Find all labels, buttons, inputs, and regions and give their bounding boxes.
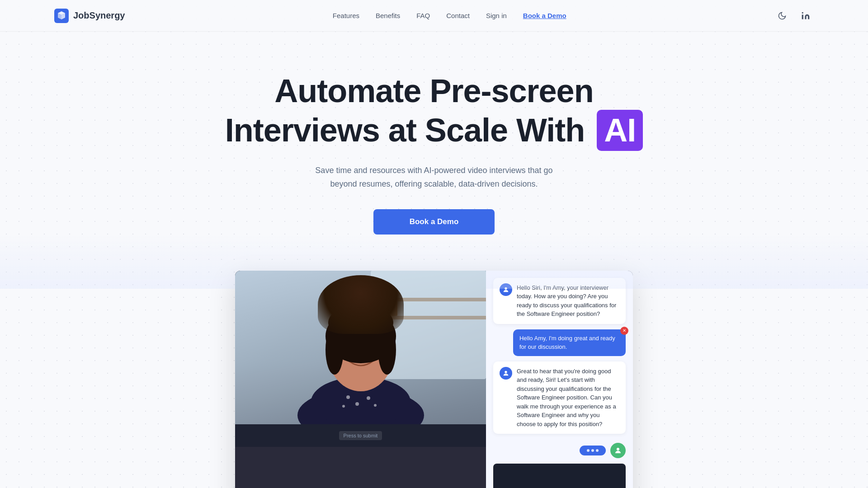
ai-avatar-icon bbox=[502, 286, 509, 293]
demo-press-hint: Press to submit bbox=[339, 431, 382, 440]
typing-dot-2 bbox=[591, 449, 594, 452]
hero-cta-button[interactable]: Book a Demo bbox=[373, 209, 495, 235]
svg-rect-1 bbox=[802, 14, 803, 19]
svg-point-30 bbox=[617, 448, 619, 450]
chat-message-3-text: Great to hear that you're doing good and… bbox=[517, 367, 619, 429]
chat-close-button[interactable]: ✕ bbox=[620, 327, 628, 335]
hero-title-prefix: Interviews at Scale With bbox=[225, 112, 585, 148]
nav-book-demo[interactable]: Book a Demo bbox=[523, 12, 566, 19]
ai-avatar-2 bbox=[500, 367, 512, 380]
svg-rect-8 bbox=[383, 301, 388, 316]
demo-video-bg bbox=[235, 271, 486, 424]
brand-name: JobSynergy bbox=[73, 10, 125, 21]
nav-actions bbox=[774, 8, 814, 24]
svg-point-2 bbox=[802, 12, 803, 13]
nav-benefits[interactable]: Benefits bbox=[376, 12, 400, 19]
demo-container: Press to submit Hello Siri, I'm Amy, you… bbox=[235, 271, 633, 488]
svg-point-25 bbox=[326, 325, 344, 375]
hero-title-line1: Automate Pre-screen bbox=[274, 73, 593, 109]
hero-section: Automate Pre-screen Interviews at Scale … bbox=[0, 32, 868, 262]
chat-typing-indicator bbox=[580, 446, 606, 455]
svg-point-16 bbox=[374, 404, 377, 407]
nav-links: Features Benefits FAQ Contact Sign in Bo… bbox=[333, 12, 566, 19]
navbar: JobSynergy Features Benefits FAQ Contact… bbox=[0, 0, 868, 32]
chat-message-1-text: Hello Siri, I'm Amy, your interviewer to… bbox=[517, 283, 619, 319]
demo-video-panel: Press to submit bbox=[235, 271, 486, 488]
svg-point-27 bbox=[328, 305, 393, 341]
svg-point-12 bbox=[346, 395, 350, 399]
chat-message-1: Hello Siri, I'm Amy, your interviewer to… bbox=[493, 278, 626, 324]
chat-message-3: Great to hear that you're doing good and… bbox=[493, 361, 626, 434]
linkedin-link[interactable] bbox=[797, 8, 814, 24]
hero-subtitle: Save time and resources with AI-powered … bbox=[307, 164, 561, 191]
hero-title-line2: Interviews at Scale With AI bbox=[9, 110, 859, 151]
svg-point-26 bbox=[378, 325, 396, 375]
demo-section: Press to submit Hello Siri, I'm Amy, you… bbox=[0, 271, 868, 488]
svg-rect-6 bbox=[371, 298, 486, 301]
demo-video-bottom: Press to submit bbox=[235, 424, 486, 447]
svg-rect-7 bbox=[375, 301, 382, 316]
chat-message-2: Hello Amy, I'm doing great and ready for… bbox=[513, 329, 626, 356]
nav-features[interactable]: Features bbox=[333, 12, 359, 19]
person-silhouette bbox=[235, 271, 486, 424]
ai-avatar-icon-2 bbox=[502, 370, 509, 377]
chat-footer bbox=[493, 439, 626, 458]
svg-rect-9 bbox=[389, 301, 397, 316]
svg-point-13 bbox=[355, 402, 359, 406]
dark-mode-toggle[interactable] bbox=[774, 8, 790, 24]
typing-dot-3 bbox=[596, 449, 599, 452]
svg-point-15 bbox=[342, 405, 345, 408]
chat-dark-area bbox=[493, 464, 626, 488]
svg-point-29 bbox=[505, 371, 507, 373]
chat-user-row: Hello Amy, I'm doing great and ready for… bbox=[493, 329, 626, 356]
svg-point-14 bbox=[367, 396, 370, 400]
nav-contact[interactable]: Contact bbox=[446, 12, 470, 19]
svg-point-28 bbox=[505, 287, 507, 289]
demo-chat-panel: Hello Siri, I'm Amy, your interviewer to… bbox=[486, 271, 633, 488]
hero-title: Automate Pre-screen Interviews at Scale … bbox=[9, 72, 859, 151]
ai-avatar-1 bbox=[500, 283, 512, 296]
nav-faq[interactable]: FAQ bbox=[416, 12, 430, 19]
typing-dot-1 bbox=[587, 449, 590, 452]
brand-logo[interactable]: JobSynergy bbox=[54, 9, 125, 23]
moon-icon bbox=[778, 11, 787, 20]
user-avatar-icon bbox=[614, 446, 622, 455]
svg-rect-5 bbox=[371, 316, 486, 319]
chat-message-2-text: Hello Amy, I'm doing great and ready for… bbox=[519, 335, 615, 351]
user-avatar bbox=[610, 443, 626, 458]
logo-icon bbox=[54, 9, 69, 23]
hero-ai-badge: AI bbox=[597, 110, 643, 151]
linkedin-icon bbox=[801, 11, 810, 20]
nav-signin[interactable]: Sign in bbox=[486, 12, 507, 19]
